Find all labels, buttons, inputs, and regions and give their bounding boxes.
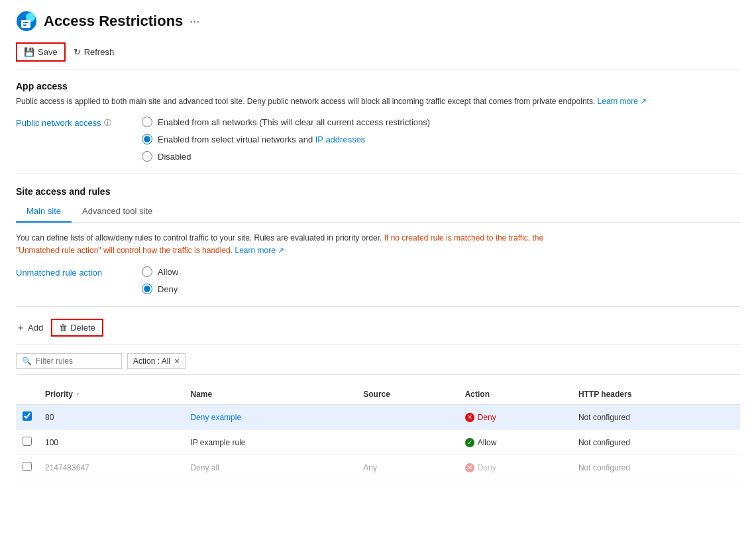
svg-rect-2 bbox=[21, 20, 30, 28]
row-source bbox=[356, 405, 458, 430]
chip-close-icon[interactable]: × bbox=[174, 356, 180, 366]
public-network-access-group: Public network access ⓘ Enabled from all… bbox=[16, 117, 740, 162]
unmatched-rule-label: Unmatched rule action bbox=[16, 268, 122, 278]
delete-label: Delete bbox=[70, 323, 95, 333]
row-priority: 2147483647 bbox=[38, 455, 184, 480]
section-divider bbox=[16, 174, 740, 174]
app-access-section: App access Public access is applied to b… bbox=[16, 81, 740, 162]
add-button[interactable]: ＋ Add bbox=[16, 322, 43, 334]
row-http-headers: Not configured bbox=[572, 455, 740, 480]
filter-divider bbox=[16, 345, 740, 345]
svg-rect-4 bbox=[23, 25, 27, 26]
row-source bbox=[356, 430, 458, 455]
save-label: Save bbox=[38, 47, 58, 57]
col-action: Action bbox=[459, 384, 572, 405]
row-name: Deny all bbox=[184, 455, 356, 480]
site-access-title: Site access and rules bbox=[16, 186, 740, 197]
col-http-headers: HTTP headers bbox=[572, 384, 740, 405]
radio-allow[interactable]: Allow bbox=[142, 266, 178, 277]
tab-advanced-tool-site[interactable]: Advanced tool site bbox=[72, 201, 163, 223]
row-http-headers: Not configured bbox=[572, 430, 740, 455]
row-checkbox[interactable] bbox=[23, 462, 32, 471]
search-icon: 🔍 bbox=[22, 356, 32, 366]
toolbar: 💾 Save ↻ Refresh bbox=[16, 42, 740, 70]
site-access-learn-more-link[interactable]: Learn more ↗ bbox=[235, 246, 284, 255]
row-action: ✓ Allow bbox=[459, 430, 572, 455]
row-checkbox-cell[interactable] bbox=[16, 405, 38, 430]
svg-rect-3 bbox=[23, 22, 28, 23]
add-label: Add bbox=[28, 323, 43, 333]
row-checkbox-cell[interactable] bbox=[16, 430, 38, 455]
row-action: ✕ Deny bbox=[459, 405, 572, 430]
site-access-info: You can define lists of allow/deny rules… bbox=[16, 232, 579, 257]
app-access-desc: Public access is applied to both main si… bbox=[16, 95, 740, 107]
rules-divider bbox=[16, 306, 740, 307]
row-checkbox[interactable] bbox=[23, 437, 32, 446]
tab-main-site[interactable]: Main site bbox=[16, 201, 72, 223]
table-row: 100 IP example rule ✓ Allow Not configur… bbox=[16, 430, 740, 455]
table-header-row: Priority ↑ Name Source Action HTTP heade… bbox=[16, 384, 740, 405]
app-service-icon bbox=[16, 11, 37, 32]
info-icon[interactable]: ⓘ bbox=[104, 118, 111, 128]
public-network-access-label: Public network access ⓘ bbox=[16, 118, 122, 128]
sort-icon: ↑ bbox=[76, 391, 80, 398]
page-title: Access Restrictions bbox=[44, 13, 183, 30]
action-filter-chip: Action : All × bbox=[127, 353, 186, 369]
col-priority: Priority ↑ bbox=[38, 384, 184, 405]
row-checkbox[interactable] bbox=[23, 411, 32, 421]
row-priority: 80 bbox=[38, 405, 184, 430]
app-access-learn-more-link[interactable]: Learn more ↗ bbox=[598, 97, 647, 106]
delete-icon: 🗑 bbox=[59, 323, 68, 333]
ip-addresses-link[interactable]: IP addresses bbox=[315, 135, 366, 144]
table-row: 80 Deny example ✕ Deny Not configured bbox=[16, 405, 740, 430]
radio-disabled[interactable]: Disabled bbox=[142, 151, 430, 162]
chip-label: Action : All bbox=[133, 356, 170, 366]
filter-bar: 🔍 Action : All × bbox=[16, 353, 740, 375]
radio-deny[interactable]: Deny bbox=[142, 284, 178, 294]
col-checkbox bbox=[16, 384, 38, 405]
radio-enabled-all[interactable]: Enabled from all networks (This will cle… bbox=[142, 117, 430, 127]
filter-rules-input[interactable] bbox=[36, 356, 116, 366]
row-name[interactable]: Deny example bbox=[184, 405, 356, 430]
row-checkbox-cell[interactable] bbox=[16, 455, 38, 480]
refresh-label: Refresh bbox=[84, 47, 115, 57]
more-options-icon[interactable]: ··· bbox=[189, 15, 199, 28]
col-name: Name bbox=[184, 384, 356, 405]
site-tabs: Main site Advanced tool site bbox=[16, 201, 740, 223]
deny-icon: ✕ bbox=[465, 413, 474, 422]
public-network-access-options: Enabled from all networks (This will cle… bbox=[142, 117, 430, 162]
table-row: 2147483647 Deny all Any ✕ Deny Not confi… bbox=[16, 455, 740, 480]
unmatched-rule-options: Allow Deny bbox=[142, 266, 178, 294]
refresh-button[interactable]: ↻ Refresh bbox=[74, 47, 115, 57]
save-icon: 💾 bbox=[24, 47, 34, 57]
unmatched-rule-group: Unmatched rule action Allow Deny bbox=[16, 266, 740, 294]
app-access-title: App access bbox=[16, 81, 740, 91]
filter-input-wrap: 🔍 bbox=[16, 353, 122, 369]
add-icon: ＋ bbox=[16, 322, 25, 334]
col-source: Source bbox=[356, 384, 458, 405]
deny-muted-icon: ✕ bbox=[465, 463, 474, 472]
site-access-section: Site access and rules Main site Advanced… bbox=[16, 186, 740, 294]
row-priority: 100 bbox=[38, 430, 184, 455]
save-button[interactable]: 💾 Save bbox=[16, 42, 66, 62]
radio-enabled-select[interactable]: Enabled from select virtual networks and… bbox=[142, 134, 430, 144]
row-action: ✕ Deny bbox=[459, 455, 572, 480]
rules-toolbar: ＋ Add 🗑 Delete bbox=[16, 319, 740, 337]
delete-button[interactable]: 🗑 Delete bbox=[51, 319, 103, 337]
refresh-icon: ↻ bbox=[74, 47, 81, 57]
row-http-headers: Not configured bbox=[572, 405, 740, 430]
row-name: IP example rule bbox=[184, 430, 356, 455]
row-source: Any bbox=[356, 455, 458, 480]
rules-table: Priority ↑ Name Source Action HTTP heade… bbox=[16, 384, 740, 480]
allow-icon: ✓ bbox=[465, 438, 474, 447]
